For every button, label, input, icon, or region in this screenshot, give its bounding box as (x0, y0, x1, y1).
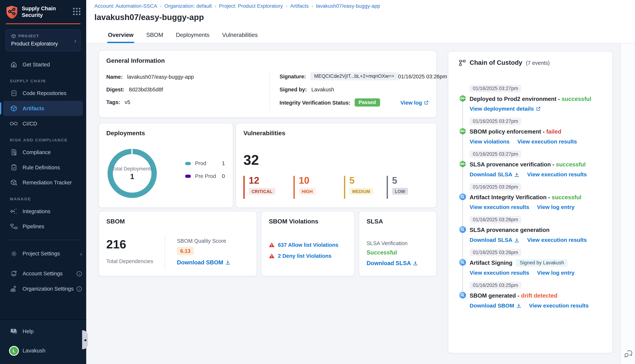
tab-overview[interactable]: Overview (107, 28, 134, 43)
sidebar-item-organization-settings[interactable]: Organization Settings (0, 281, 86, 296)
sidebar-item-integrations[interactable]: Integrations (0, 204, 86, 219)
event-title: SBOM policy enforcement -failed (470, 128, 606, 136)
tags-row: Tags: v5 (106, 99, 130, 106)
link-label: View log entry (537, 204, 574, 210)
nav-section-heading: RISK AND COMPLIANCE (0, 131, 86, 145)
sbom-violations-card: SBOM Violations 637 Allow list Violation… (261, 211, 355, 276)
project-selector[interactable]: PROJECT Product Exploratory › (6, 30, 81, 51)
severity-high: 10HIGH (293, 176, 316, 199)
view-log-entry-link[interactable]: View log entry (537, 270, 574, 276)
sidebar-item-pipelines[interactable]: Pipelines (0, 219, 86, 234)
event-timestamp: 01/16/2025 03:27pm (470, 118, 521, 125)
home-icon (10, 61, 18, 68)
event-name: Deployed to Prod2 environment (470, 96, 557, 102)
sidebar-item-code-repositories[interactable]: Code Repositories (0, 86, 86, 101)
sidebar-item-project-settings[interactable]: Project Settings › (0, 246, 86, 261)
download-slsa-link[interactable]: Download SLSA (470, 171, 519, 178)
clipboard-check-icon (10, 164, 18, 171)
donut-center-value: 1 (130, 173, 134, 181)
sidebar-item-label: Pipelines (23, 224, 44, 230)
sidebar-item-remediation-tracker[interactable]: Remediation Tracker (0, 175, 86, 190)
legend-dot (185, 162, 191, 165)
view-violations-link[interactable]: View violations (470, 138, 510, 145)
event-timestamp: 01/16/2025 03:26pm (470, 183, 521, 190)
view-execution-results-link[interactable]: View execution results (527, 171, 587, 178)
sidebar-item-rule-definitions[interactable]: Rule Definitions (0, 160, 86, 175)
user-menu[interactable]: L Lavakush (0, 343, 86, 358)
view-log-link[interactable]: View log (400, 100, 429, 106)
cube-icon (10, 105, 18, 112)
sbom-quality-score: 6.13 (177, 247, 194, 256)
sidebar-divider (6, 240, 81, 240)
chain-title: Chain of Custody (470, 59, 522, 66)
svg-text:?: ? (12, 328, 14, 332)
view-execution-results-link[interactable]: View execution results (470, 270, 529, 276)
violation-link[interactable]: 2 Deny list Violations (278, 253, 331, 259)
signed-by-row: Signed by: Lavakush (280, 86, 334, 93)
legend-dot (185, 174, 191, 178)
event-links: View execution resultsView log entry (470, 204, 606, 210)
event-timestamp: 01/16/2025 03:27pm (470, 150, 521, 158)
tab-sbom[interactable]: SBOM (145, 28, 164, 43)
breadcrumb-link[interactable]: Organization: default (164, 3, 212, 9)
link-label: View log entry (537, 270, 574, 276)
link-label: View execution results (529, 302, 589, 309)
severity-label: LOW (392, 188, 408, 195)
event-status: drift detected (521, 292, 557, 299)
warning-triangle-icon (269, 242, 275, 248)
event-name: SBOM policy enforcement (470, 128, 541, 135)
chain-events-count: (7 events) (526, 60, 550, 66)
sidebar-item-label: Organization Settings (23, 286, 74, 292)
app-switcher-icon[interactable] (73, 8, 81, 15)
breadcrumb-separator: › (215, 4, 216, 8)
breadcrumb-link[interactable]: Account: Automation-SSCA (94, 3, 157, 9)
tab-deployments[interactable]: Deployments (175, 28, 210, 43)
sidebar-item-account-settings[interactable]: Account Settings (0, 266, 86, 281)
sidebar-footer: ? Help L Lavakush (0, 319, 86, 364)
event-links: Download SLSAView execution results (470, 171, 606, 178)
event-links: Download SBOMView execution results (470, 302, 606, 309)
severity-critical: 12CRITICAL (244, 176, 275, 199)
chain-of-custody-header: Chain of Custody (7 events) (459, 59, 550, 66)
sidebar-item-help[interactable]: ? Help (0, 324, 86, 339)
view-execution-results-link[interactable]: View execution results (529, 302, 589, 309)
feedback-chat-icon[interactable] (624, 350, 633, 358)
signature-value: MEQCICde2VjIT...bL+2+mqnOXw== (311, 72, 398, 80)
sidebar-item-ci-cd[interactable]: CI/CD (0, 116, 86, 131)
signed-by-badge: Signed by Lavakush (516, 259, 568, 266)
view-deployment-details-link[interactable]: View deployment details (470, 106, 541, 112)
breadcrumb-link[interactable]: lavakush07/easy-buggy-app (316, 3, 380, 9)
sidebar-item-artifacts[interactable]: Artifacts (3, 101, 83, 116)
view-log-entry-link[interactable]: View log entry (537, 204, 574, 210)
tab-vulnerabilities[interactable]: Vulnerabilities (222, 28, 259, 43)
sidebar-item-compliance[interactable]: Compliance (0, 145, 86, 160)
event-status-dash: - (551, 161, 554, 168)
info-icon[interactable] (76, 286, 82, 292)
severity-label: MEDIUM (349, 188, 373, 195)
sidebar-item-label: Help (23, 328, 34, 334)
project-cube-icon (11, 34, 16, 38)
sidebar-item-label: Code Repositories (23, 90, 67, 96)
download-icon (514, 238, 519, 242)
pipeline-stage-icon (459, 95, 466, 102)
breadcrumb-link[interactable]: Artifacts (290, 3, 309, 9)
chain-timeline: 01/16/2025 03:27pmDeployed to Prod2 envi… (459, 84, 606, 314)
download-sbom-link[interactable]: Download SBOM (177, 259, 230, 266)
vulnerabilities-total: 32 (244, 152, 259, 168)
info-icon[interactable] (76, 271, 82, 276)
download-slsa-link[interactable]: Download SLSA (367, 260, 418, 266)
download-slsa-link[interactable]: Download SLSA (470, 237, 519, 243)
view-execution-results-link[interactable]: View execution results (517, 138, 577, 145)
download-sbom-link[interactable]: Download SBOM (470, 302, 521, 309)
view-execution-results-link[interactable]: View execution results (527, 237, 587, 243)
nav-section-heading: SUPPLY CHAIN (0, 72, 86, 86)
deployments-card: Deployments Total Deployments 1 Prod1Pre… (98, 123, 233, 208)
sidebar-collapse-button[interactable]: ◀ (82, 330, 88, 349)
sidebar-item-label: Integrations (23, 208, 51, 214)
event-status: successful (552, 194, 581, 200)
breadcrumb-separator: › (286, 4, 287, 8)
view-execution-results-link[interactable]: View execution results (470, 204, 529, 210)
sidebar-item-get-started[interactable]: Get Started (0, 57, 86, 72)
breadcrumb-link[interactable]: Project: Product Exploratory (219, 3, 283, 9)
violation-link[interactable]: 637 Allow list Violations (278, 242, 338, 248)
